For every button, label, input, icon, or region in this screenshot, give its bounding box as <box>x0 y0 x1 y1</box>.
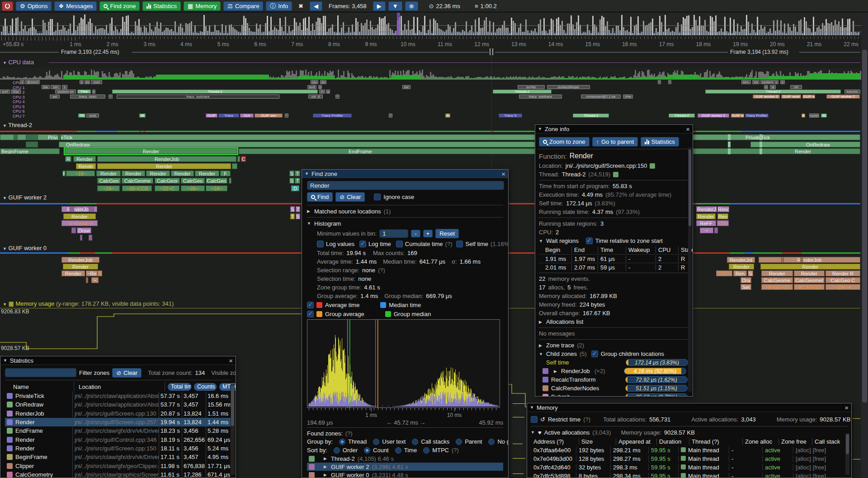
cpu-zone-chip[interactable]: ^ <box>389 114 392 118</box>
cpu-zone-chip[interactable]: (au <box>311 80 318 84</box>
memory-scrollbar[interactable] <box>845 433 849 475</box>
main-scrollbar-thumb[interactable] <box>862 50 867 402</box>
zone--9-cc-11[interactable]: ~9~CC~11 <box>761 284 793 290</box>
cpu-zone-chip[interactable]: GUIF-w <box>802 95 815 99</box>
zone-t[interactable]: T <box>295 170 300 176</box>
zone-t[interactable]: T <box>296 206 300 212</box>
expand-icon[interactable]: ▶ <box>324 473 328 477</box>
allocation-row[interactable]: 0x7e049b3d00128 bytes298.27 ms59.95 sMai… <box>531 454 848 463</box>
cpu-zone-chip[interactable]: kworke <box>844 90 860 94</box>
zone-render[interactable]: Render <box>195 170 219 176</box>
cpu-zone-chip[interactable]: composer@2.1-se <box>581 95 621 99</box>
zone-calcgeome[interactable]: CalcGeome <box>761 277 793 283</box>
group-by-radio-no-groupi[interactable] <box>488 439 495 445</box>
table-row[interactable]: BeginFramejni/../jni/src/claw/gfx/drv/vk… <box>5 453 231 461</box>
alloc-call-stack[interactable]: [alloc] [free] <box>793 447 836 454</box>
frame-separator[interactable] <box>490 48 491 55</box>
alloc-call-stack[interactable]: [alloc] [free] <box>793 473 836 478</box>
zone-s[interactable]: S <box>289 178 294 184</box>
min-bin-input[interactable] <box>379 229 408 238</box>
collapse-icon[interactable]: ▼ <box>539 239 543 243</box>
cpu-zone-chip[interactable]: Thread-2 <box>493 90 552 94</box>
cpu-zone-chip[interactable]: system_s <box>760 80 778 84</box>
cpu-zone-chip[interactable]: m <box>319 90 325 94</box>
cpu-zone-chip[interactable]: sysk <box>86 114 99 118</box>
active-allocations-section[interactable]: Active allocations <box>544 429 590 436</box>
child-zone-row[interactable]: Self time172.14 μs (3.83%) <box>539 358 689 367</box>
group-by-radio-thread[interactable] <box>339 439 345 445</box>
zone-f[interactable]: F <box>220 170 231 176</box>
zone--18-[interactable]: ~18~ <box>66 170 95 176</box>
zone-4c-9-c-10[interactable]: 4C 9 C(10 <box>794 284 825 290</box>
zone-ren[interactable]: Ren <box>717 213 728 219</box>
zone-calcgeo[interactable]: CalcGeo <box>206 178 227 184</box>
close-icon[interactable]: × <box>686 126 690 133</box>
zone-block[interactable] <box>237 156 240 162</box>
zone--19-[interactable]: ~19~ <box>717 220 729 226</box>
alloc-call-stack[interactable]: [alloc] [free] <box>793 464 836 471</box>
cpu-zone-chip[interactable]: s <box>80 80 84 84</box>
zone-privatetick[interactable]: PrivateTick <box>0 134 605 140</box>
group-by-radio-call-stacks[interactable] <box>412 439 418 445</box>
zone-renderjol[interactable]: RenderJol <box>727 257 755 263</box>
col-location[interactable]: Location <box>77 383 162 390</box>
find-zone-button[interactable]: Find zone <box>99 1 140 11</box>
cpu-zone-chip[interactable]: ^ <box>658 80 661 84</box>
zone--24-[interactable]: ~24~ <box>206 185 227 191</box>
zone-render[interactable]: Render <box>729 264 754 270</box>
zone-beginframe[interactable]: BeginFrame <box>0 148 60 154</box>
close-icon[interactable]: × <box>844 404 849 411</box>
source-color-swatch[interactable] <box>650 163 655 169</box>
min-bin-decrease-button[interactable]: - <box>411 230 420 237</box>
zone-block[interactable] <box>728 134 731 140</box>
cpu-zone-chip[interactable]: kw <box>42 85 50 89</box>
cpu-zone-chip[interactable]: l2g( <box>11 90 21 94</box>
zone--22-c[interactable]: ~22~C <box>155 185 179 191</box>
cpu-zone-chip[interactable]: GUIF worker 2 <box>698 114 729 118</box>
cpu-zone-chip[interactable]: ^ <box>108 95 113 99</box>
close-icon[interactable]: × <box>229 357 233 364</box>
table-row[interactable]: Clipperjni/../jni/src/claw/gfx/geo/Clipp… <box>5 461 231 470</box>
table-row[interactable]: CalcGeometryjni/../jni/src/claw/graphics… <box>5 470 231 478</box>
cpu-zone-chip[interactable]: Tracy S <box>499 114 522 118</box>
zone-render-r[interactable]: Render R <box>826 270 860 276</box>
mem-col-address[interactable]: Address (?) <box>531 438 576 445</box>
cpu-zone-chip[interactable]: Thread-2 <box>669 114 695 118</box>
frame-separator[interactable] <box>492 48 493 55</box>
zone-renderj[interactable]: RenderJ <box>696 206 717 212</box>
focus-button[interactable]: ⊕ <box>405 1 418 11</box>
zone-block[interactable] <box>86 277 88 283</box>
close-icon[interactable]: × <box>501 170 505 177</box>
zone-renderjob[interactable]: RenderJob <box>759 257 860 263</box>
zone-render[interactable]: Render <box>146 170 170 176</box>
zone-t[interactable]: T <box>290 213 295 219</box>
cpu-zone-chip[interactable]: Thread-2 <box>573 114 609 118</box>
zone-s[interactable]: S <box>290 206 295 212</box>
cpu-zone-chip[interactable]: surfac <box>518 85 545 89</box>
zone-render[interactable]: Render <box>761 270 793 276</box>
cpu-zone-chip[interactable]: syste <box>809 114 819 118</box>
cpu-zone-chip[interactable]: cfir <box>790 85 802 89</box>
table-row[interactable]: OnRedrawjni/../jni/src/claw/application/… <box>5 400 231 409</box>
zone--re[interactable]: ~Re <box>86 270 98 276</box>
zone-privatetick[interactable]: PrivateTick <box>678 134 860 140</box>
expand-icon[interactable]: ▶ <box>539 320 543 324</box>
zone-reff[interactable]: ReFF <box>696 220 716 226</box>
cpu-zone-chip[interactable]: Tracy <box>218 114 239 118</box>
zone-rend[interactable]: Rend <box>717 206 729 212</box>
zone-set[interactable]: Set <box>741 284 751 290</box>
collapse-icon[interactable]: ▼ <box>305 171 309 176</box>
zone-block[interactable] <box>14 134 18 140</box>
cpu-zone-chip[interactable]: GUIF <box>206 114 217 118</box>
zone--8-rend-9[interactable]: ~8~Rend~9 <box>61 220 98 226</box>
zone-r[interactable]: R <box>65 156 71 162</box>
group-by-radio-parent[interactable] <box>456 439 462 445</box>
child-zone-row[interactable]: Submit35.63 μs (0.79%) <box>539 393 689 397</box>
find-zone-query-input[interactable] <box>307 181 504 190</box>
col-counts[interactable]: Counts <box>194 383 217 391</box>
alloc-call-stack[interactable]: [alloc] [free] <box>793 455 836 462</box>
zone-s[interactable]: S <box>289 170 294 176</box>
ignore-case-checkbox[interactable] <box>374 194 381 200</box>
statistics-button[interactable]: Statistics <box>142 1 181 11</box>
thread-header-guif-worker-0[interactable]: ▼ GUIF worker 0 <box>3 245 47 251</box>
